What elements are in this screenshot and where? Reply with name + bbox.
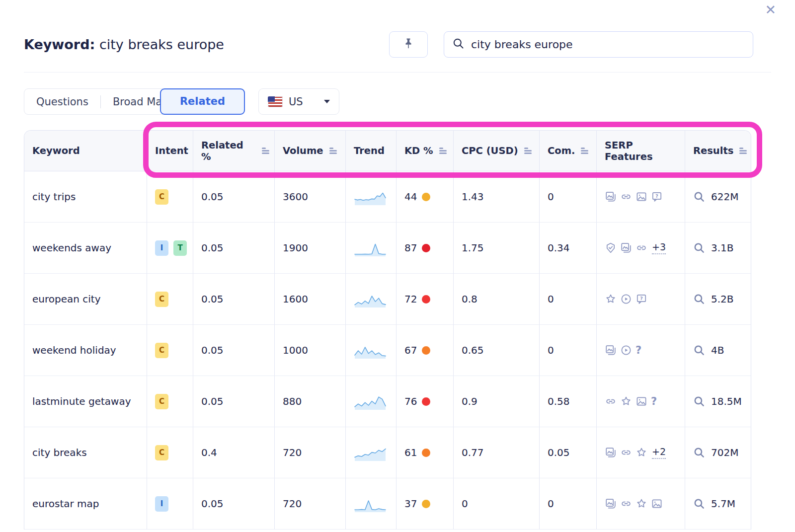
related-percent-value: 0.05 — [201, 293, 224, 305]
column-header-volume[interactable]: Volume — [275, 131, 346, 171]
table-row: city tripsC0.053600441.430?622M — [24, 171, 751, 223]
chevron-down-icon — [324, 100, 330, 103]
related-percent-cell: 0.4 — [193, 427, 275, 478]
results-cell: 5.7M — [685, 478, 751, 530]
cpc-cell: 0.9 — [454, 376, 540, 427]
volume-cell: 3600 — [275, 171, 346, 223]
serp-features-more-link[interactable]: +3 — [652, 241, 666, 254]
people-also-ask-icon: ? — [636, 293, 647, 305]
keyword-cell[interactable]: eurostar map — [24, 478, 147, 530]
competition-value: 0 — [548, 191, 554, 203]
page-title-label: Keyword: — [24, 37, 95, 52]
sort-icon[interactable] — [739, 148, 747, 154]
trend-cell — [346, 376, 397, 427]
intent-badge-i: I — [155, 496, 168, 512]
question-mark-icon: ? — [651, 395, 657, 407]
cpc-value: 0.65 — [462, 344, 484, 356]
keyword-cell[interactable]: weekends away — [24, 223, 147, 274]
serp-features-more-link[interactable]: +2 — [652, 446, 666, 459]
competition-value: 0.34 — [548, 242, 570, 254]
trend-sparkline — [354, 494, 387, 514]
column-label: Com. — [548, 145, 575, 156]
column-header-serp-features: SERP Features — [597, 131, 685, 171]
kd-cell: 37 — [397, 478, 454, 530]
results-cell: 622M — [685, 171, 751, 223]
country-code: US — [289, 96, 303, 108]
column-label: Results — [693, 145, 733, 156]
svg-text:?: ? — [655, 193, 658, 199]
column-header-results[interactable]: Results — [685, 131, 751, 171]
table-row: weekend holidayC0.051000670.650?4B — [24, 325, 751, 376]
sort-icon[interactable] — [581, 148, 588, 154]
reviews-icon — [636, 447, 647, 458]
intent-cell: C — [147, 325, 193, 376]
keyword-cell[interactable]: city breaks — [24, 427, 147, 478]
reviews-icon — [605, 293, 617, 305]
page-title-keyword: city breaks europe — [99, 37, 224, 52]
keyword-cell[interactable]: city trips — [24, 171, 147, 223]
keyword-text: lastminute getaway — [32, 395, 131, 407]
related-percent-cell: 0.05 — [193, 376, 275, 427]
kd-value: 44 — [404, 191, 417, 203]
search-results-icon — [693, 344, 705, 356]
keyword-cell[interactable]: european city — [24, 274, 147, 325]
search-results-icon — [693, 498, 705, 510]
kd-difficulty-dot — [422, 449, 430, 457]
sitelinks-icon — [605, 395, 617, 407]
trend-cell — [346, 325, 397, 376]
country-selector[interactable]: US — [258, 88, 339, 115]
search-results-icon — [693, 395, 705, 407]
pin-button[interactable] — [389, 31, 428, 58]
intent-badge-c: C — [155, 343, 168, 358]
related-percent-value: 0.4 — [201, 447, 217, 458]
cpc-value: 1.43 — [462, 191, 484, 203]
kd-difficulty-dot — [422, 500, 430, 508]
match-type-tabs: Questions Broad Match Related — [24, 88, 245, 115]
search-input[interactable] — [471, 38, 745, 51]
competition-cell: 0 — [540, 325, 597, 376]
related-percent-cell: 0.05 — [193, 223, 275, 274]
reviews-icon — [636, 498, 647, 510]
search-results-icon — [693, 191, 705, 203]
table-body: city tripsC0.053600441.430?622Mweekends … — [24, 171, 751, 530]
column-header-related[interactable]: Related % — [193, 131, 275, 171]
column-label: Volume — [283, 145, 323, 156]
volume-value: 1000 — [283, 344, 308, 356]
tab-related[interactable]: Related — [160, 88, 245, 115]
close-icon[interactable]: ✕ — [765, 3, 776, 16]
competition-value: 0 — [548, 344, 554, 356]
intent-badge-c: C — [155, 292, 168, 307]
sitelinks-icon — [620, 498, 632, 510]
volume-cell: 880 — [275, 376, 346, 427]
results-value: 3.1B — [711, 242, 734, 254]
serp-features-cell — [597, 478, 685, 530]
keyword-cell[interactable]: lastminute getaway — [24, 376, 147, 427]
sort-icon[interactable] — [329, 148, 337, 154]
kd-cell: 44 — [397, 171, 454, 223]
sort-icon[interactable] — [524, 148, 532, 154]
intent-badge-c: C — [155, 189, 168, 205]
trend-sparkline — [354, 443, 387, 462]
volume-cell: 1000 — [275, 325, 346, 376]
sort-icon[interactable] — [262, 148, 269, 154]
kd-cell: 72 — [397, 274, 454, 325]
volume-cell: 720 — [275, 427, 346, 478]
pushpin-icon — [402, 37, 414, 52]
trend-sparkline — [354, 340, 387, 360]
cpc-cell: 0.77 — [454, 427, 540, 478]
column-header-com[interactable]: Com. — [540, 131, 597, 171]
kd-cell: 61 — [397, 427, 454, 478]
search-results-icon — [693, 293, 705, 305]
page-title: Keyword: city breaks europe — [24, 37, 224, 52]
competition-cell: 0.34 — [540, 223, 597, 274]
sort-icon[interactable] — [439, 148, 447, 154]
column-header-kd[interactable]: KD % — [397, 131, 454, 171]
serp-features-cell: ? — [597, 376, 685, 427]
volume-value: 720 — [283, 447, 302, 458]
keyword-cell[interactable]: weekend holiday — [24, 325, 147, 376]
image-pack-icon — [636, 191, 647, 203]
volume-cell: 1600 — [275, 274, 346, 325]
tab-questions[interactable]: Questions — [24, 96, 100, 108]
column-header-cpc-usd[interactable]: CPC (USD) — [454, 131, 540, 171]
table-row: city breaksC0.4720610.770.05+2702M — [24, 427, 751, 478]
